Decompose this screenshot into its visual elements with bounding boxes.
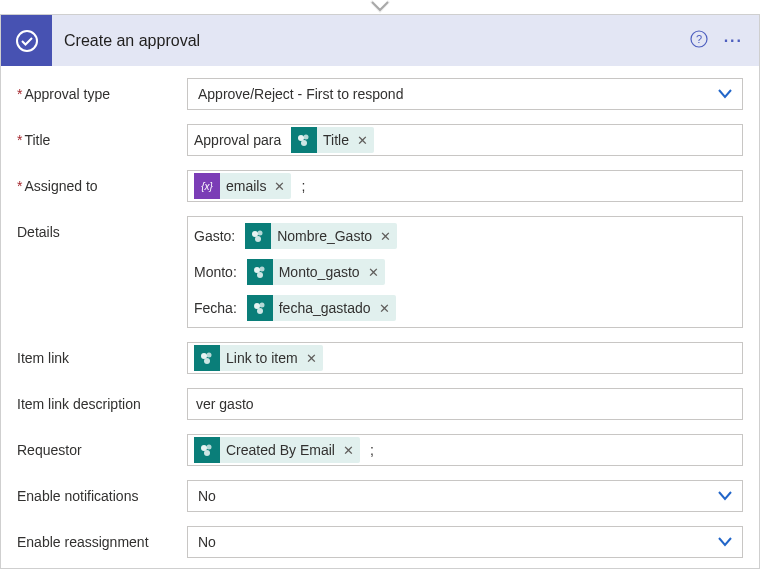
- enable-notifications-label: Enable notifications: [17, 480, 187, 504]
- token-monto-gasto[interactable]: Monto_gasto ✕: [247, 259, 385, 285]
- svg-point-14: [259, 303, 264, 308]
- remove-token-icon[interactable]: ✕: [274, 179, 285, 194]
- help-icon[interactable]: ?: [690, 30, 708, 51]
- separator-text: ;: [297, 178, 309, 194]
- item-link-input[interactable]: Link to item ✕: [187, 342, 743, 374]
- sharepoint-icon: [291, 127, 317, 153]
- chevron-down-icon: [718, 534, 732, 550]
- remove-token-icon[interactable]: ✕: [357, 133, 368, 148]
- remove-token-icon[interactable]: ✕: [380, 229, 391, 244]
- details-line-prefix: Fecha:: [194, 300, 241, 316]
- approval-type-label: *Approval type: [17, 78, 187, 102]
- svg-point-0: [17, 31, 37, 51]
- card-header[interactable]: Create an approval ? ···: [1, 15, 759, 66]
- enable-notifications-select[interactable]: No: [187, 480, 743, 512]
- enable-notifications-value: No: [198, 488, 216, 504]
- remove-token-icon[interactable]: ✕: [306, 351, 317, 366]
- separator-text: ;: [366, 442, 378, 458]
- assigned-to-label: *Assigned to: [17, 170, 187, 194]
- svg-point-11: [259, 267, 264, 272]
- svg-point-3: [298, 135, 304, 141]
- details-label: Details: [17, 216, 187, 240]
- token-nombre-gasto[interactable]: Nombre_Gasto ✕: [245, 223, 397, 249]
- remove-token-icon[interactable]: ✕: [368, 265, 379, 280]
- svg-point-17: [207, 353, 212, 358]
- approval-type-select[interactable]: Approve/Reject - First to respond: [187, 78, 743, 110]
- svg-point-18: [204, 358, 210, 364]
- connector-arrow-icon: [370, 0, 390, 14]
- svg-point-19: [201, 445, 207, 451]
- approval-icon: [1, 15, 52, 66]
- approval-action-card: Create an approval ? ··· *Approval type …: [0, 14, 760, 569]
- requestor-label: Requestor: [17, 434, 187, 458]
- svg-point-5: [301, 140, 307, 146]
- assigned-to-input[interactable]: {x} emails ✕ ;: [187, 170, 743, 202]
- chevron-down-icon: [718, 488, 732, 504]
- token-link-to-item[interactable]: Link to item ✕: [194, 345, 323, 371]
- token-emails[interactable]: {x} emails ✕: [194, 173, 291, 199]
- title-label: *Title: [17, 124, 187, 148]
- details-line-prefix: Monto:: [194, 264, 241, 280]
- svg-point-8: [258, 231, 263, 236]
- token-title[interactable]: Title ✕: [291, 127, 374, 153]
- token-fecha-gastado[interactable]: fecha_gastado ✕: [247, 295, 396, 321]
- svg-point-20: [207, 445, 212, 450]
- expression-icon: {x}: [194, 173, 220, 199]
- item-link-desc-value: ver gasto: [194, 392, 736, 416]
- enable-reassignment-value: No: [198, 534, 216, 550]
- svg-text:{x}: {x}: [201, 181, 213, 192]
- svg-point-7: [252, 231, 258, 237]
- svg-point-13: [254, 303, 260, 309]
- item-link-desc-label: Item link description: [17, 388, 187, 412]
- more-menu-icon[interactable]: ···: [724, 32, 743, 50]
- svg-point-9: [255, 236, 261, 242]
- svg-point-16: [201, 353, 207, 359]
- sharepoint-icon: [194, 345, 220, 371]
- details-line-prefix: Gasto:: [194, 228, 239, 244]
- item-link-label: Item link: [17, 342, 187, 366]
- item-link-desc-input[interactable]: ver gasto: [187, 388, 743, 420]
- sharepoint-icon: [194, 437, 220, 463]
- title-input[interactable]: Approval para Title ✕: [187, 124, 743, 156]
- sharepoint-icon: [247, 295, 273, 321]
- requestor-input[interactable]: Created By Email ✕ ;: [187, 434, 743, 466]
- chevron-down-icon: [718, 86, 732, 102]
- svg-point-21: [204, 450, 210, 456]
- enable-reassignment-label: Enable reassignment: [17, 526, 187, 550]
- enable-reassignment-select[interactable]: No: [187, 526, 743, 558]
- approval-type-value: Approve/Reject - First to respond: [198, 86, 403, 102]
- svg-point-4: [304, 135, 309, 140]
- details-input[interactable]: Gasto: Nombre_Gasto ✕ Monto: Monto_gasto: [187, 216, 743, 328]
- card-title: Create an approval: [52, 32, 690, 50]
- title-prefix-text: Approval para: [194, 132, 285, 148]
- sharepoint-icon: [245, 223, 271, 249]
- svg-text:?: ?: [696, 33, 702, 45]
- token-created-by-email[interactable]: Created By Email ✕: [194, 437, 360, 463]
- remove-token-icon[interactable]: ✕: [379, 301, 390, 316]
- svg-point-10: [254, 267, 260, 273]
- svg-point-15: [257, 308, 263, 314]
- sharepoint-icon: [247, 259, 273, 285]
- remove-token-icon[interactable]: ✕: [343, 443, 354, 458]
- svg-point-12: [257, 272, 263, 278]
